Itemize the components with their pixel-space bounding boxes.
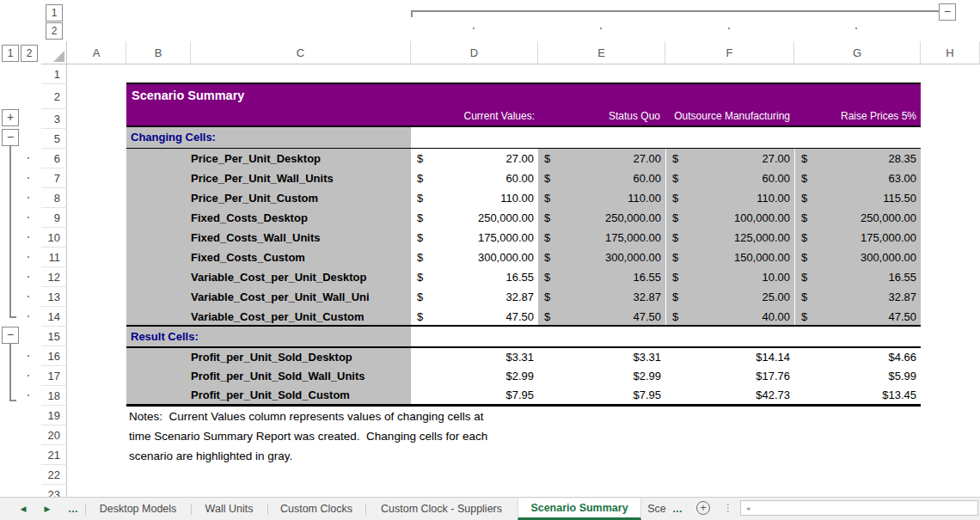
row-header[interactable]: 16 bbox=[41, 346, 67, 366]
cell-outsource[interactable]: $27.00 bbox=[665, 149, 794, 168]
cell-outsource[interactable]: $150,000.00 bbox=[665, 248, 794, 267]
row-header[interactable]: 13 bbox=[41, 287, 67, 307]
tab-bar-more-icon[interactable]: ⋮ bbox=[723, 500, 732, 516]
cell-current-value[interactable]: $2.99 bbox=[411, 367, 538, 386]
result-cell-name[interactable]: Profit_per_Unit_Sold_Custom bbox=[126, 386, 411, 404]
changing-cell-name[interactable]: Variable_Cost_per_Unit_Desktop bbox=[126, 267, 411, 287]
changing-cell-name[interactable]: Variable_Cost_per_Unit_Wall_Uni bbox=[126, 287, 411, 307]
row-header[interactable]: 7 bbox=[41, 168, 67, 188]
cell-raise-prices[interactable]: $175,000.00 bbox=[794, 228, 921, 248]
column-header-G[interactable]: G bbox=[794, 41, 921, 64]
report-header-band[interactable]: Scenario Summary Current Values: Status … bbox=[126, 84, 921, 125]
col-outline-level-1-button[interactable]: 1 bbox=[46, 4, 63, 21]
col-group-collapse-button[interactable]: − bbox=[939, 3, 956, 21]
result-cells-section-label[interactable]: Result Cells: bbox=[126, 327, 411, 346]
cell-status-quo[interactable]: $175,000.00 bbox=[538, 228, 665, 248]
tab-wall-units[interactable]: Wall Units bbox=[191, 499, 267, 520]
cell-current-value[interactable]: $110.00 bbox=[411, 188, 538, 208]
cell-raise-prices[interactable]: $115.50 bbox=[794, 188, 921, 208]
cell-status-quo[interactable]: $32.87 bbox=[538, 287, 665, 307]
cell-status-quo[interactable]: $300,000.00 bbox=[538, 248, 665, 267]
cell-current-value[interactable]: $27.00 bbox=[411, 149, 538, 168]
cell-current-value[interactable]: $32.87 bbox=[411, 287, 538, 307]
column-header-B[interactable]: B bbox=[126, 41, 191, 64]
cell-current-value[interactable]: $47.50 bbox=[411, 307, 538, 327]
row-header[interactable]: 14 bbox=[41, 307, 67, 327]
changing-cell-name[interactable]: Fixed_Costs_Wall_Units bbox=[126, 228, 411, 248]
row-header[interactable]: 11 bbox=[41, 248, 67, 267]
changing-cell-name[interactable]: Variable_Cost_per_Unit_Custom bbox=[126, 307, 411, 327]
row-header[interactable]: 22 bbox=[41, 465, 67, 485]
row-outline-level-1-button[interactable]: 1 bbox=[2, 45, 19, 62]
cell-current-value[interactable]: $16.55 bbox=[411, 267, 538, 287]
result-cell-name[interactable]: Profit_per_Unit_Sold_Wall_Units bbox=[126, 367, 411, 386]
cell-outsource[interactable]: $60.00 bbox=[665, 168, 794, 188]
col-outline-level-2-button[interactable]: 2 bbox=[46, 22, 63, 40]
cell-status-quo[interactable]: $250,000.00 bbox=[538, 208, 665, 228]
cell-outsource[interactable]: $110.00 bbox=[665, 188, 794, 208]
cell-current-value[interactable]: $300,000.00 bbox=[411, 248, 538, 267]
hidden-tabs-left-ellipsis[interactable]: … bbox=[68, 498, 78, 520]
add-sheet-button[interactable]: + bbox=[696, 501, 710, 515]
row-header[interactable]: 3 bbox=[41, 109, 67, 129]
cell-outsource[interactable]: $17.76 bbox=[665, 367, 794, 386]
row-header[interactable]: 20 bbox=[41, 425, 67, 445]
row-group-expand-button[interactable]: + bbox=[2, 109, 19, 126]
cell-raise-prices[interactable]: $16.55 bbox=[794, 267, 921, 287]
cell-status-quo[interactable]: $27.00 bbox=[538, 149, 665, 168]
notes-line[interactable]: Notes: Current Values column represents … bbox=[129, 407, 483, 426]
cell-raise-prices[interactable]: $47.50 bbox=[794, 307, 921, 327]
cell-status-quo[interactable]: $47.50 bbox=[538, 307, 665, 327]
row-header[interactable]: 10 bbox=[41, 228, 67, 248]
scrollbar-left-arrow-icon[interactable]: ◂ bbox=[741, 505, 755, 512]
changing-cell-name[interactable]: Price_Per_Unit_Wall_Units bbox=[126, 168, 411, 188]
changing-cell-name[interactable]: Fixed_Costs_Custom bbox=[126, 248, 411, 267]
row-header[interactable]: 15 bbox=[41, 327, 67, 346]
column-header-D[interactable]: D bbox=[411, 41, 538, 64]
cell-outsource[interactable]: $100,000.00 bbox=[665, 208, 794, 228]
next-sheet-arrow-icon[interactable]: ▶ bbox=[40, 498, 54, 520]
cell-outsource[interactable]: $14.14 bbox=[665, 348, 794, 367]
cell-raise-prices[interactable]: $13.45 bbox=[794, 386, 921, 404]
row-header[interactable]: 8 bbox=[41, 188, 67, 208]
changing-cell-name[interactable]: Price_Per_Unit_Desktop bbox=[126, 149, 411, 168]
cell-status-quo[interactable]: $16.55 bbox=[538, 267, 665, 287]
cell-raise-prices[interactable]: $5.99 bbox=[794, 367, 921, 386]
cell-current-value[interactable]: $3.31 bbox=[411, 348, 538, 367]
row-group-collapse-button[interactable]: − bbox=[2, 129, 19, 146]
row-header[interactable]: 17 bbox=[41, 366, 67, 386]
cell-status-quo[interactable]: $2.99 bbox=[538, 367, 665, 386]
row-header[interactable]: 21 bbox=[41, 445, 67, 465]
cell-raise-prices[interactable]: $250,000.00 bbox=[794, 208, 921, 228]
column-header-F[interactable]: F bbox=[665, 41, 794, 64]
cell-raise-prices[interactable]: $4.66 bbox=[794, 348, 921, 367]
cell-raise-prices[interactable]: $32.87 bbox=[794, 287, 921, 307]
changing-cells-section-label[interactable]: Changing Cells: bbox=[126, 127, 411, 148]
tab-custom-clocks[interactable]: Custom Clocks bbox=[267, 499, 365, 520]
cell-current-value[interactable]: $60.00 bbox=[411, 168, 538, 188]
horizontal-scrollbar[interactable]: ◂ bbox=[740, 500, 978, 516]
tab-desktop-models[interactable]: Desktop Models bbox=[85, 499, 191, 520]
prev-sheet-arrow-icon[interactable]: ◀ bbox=[16, 498, 30, 520]
changing-cell-name[interactable]: Price_Per_Unit_Custom bbox=[126, 188, 411, 208]
row-header[interactable]: 9 bbox=[41, 208, 67, 228]
cell-outsource[interactable]: $10.00 bbox=[665, 267, 794, 287]
cell-current-value[interactable]: $250,000.00 bbox=[411, 208, 538, 228]
row-header[interactable]: 2 bbox=[41, 84, 67, 109]
tab-scenario-summary[interactable]: Scenario Summary bbox=[518, 499, 641, 520]
row-header[interactable]: 6 bbox=[41, 149, 67, 168]
row-header[interactable]: 19 bbox=[41, 406, 67, 425]
cell-status-quo[interactable]: $7.95 bbox=[538, 386, 665, 404]
cell-raise-prices[interactable]: $63.00 bbox=[794, 168, 921, 188]
cell-outsource[interactable]: $125,000.00 bbox=[665, 228, 794, 248]
column-header-E[interactable]: E bbox=[538, 41, 665, 64]
cell-current-value[interactable]: $175,000.00 bbox=[411, 228, 538, 248]
cell-raise-prices[interactable]: $28.35 bbox=[794, 149, 921, 168]
cell-status-quo[interactable]: $3.31 bbox=[538, 348, 665, 367]
notes-line[interactable]: time Scenario Summary Report was created… bbox=[129, 426, 487, 446]
cell-status-quo[interactable]: $110.00 bbox=[538, 188, 665, 208]
row-group-collapse-button-2[interactable]: − bbox=[2, 327, 19, 344]
cell-current-value[interactable]: $7.95 bbox=[411, 386, 538, 404]
cell-raise-prices[interactable]: $300,000.00 bbox=[794, 248, 921, 267]
cell-outsource[interactable]: $40.00 bbox=[665, 307, 794, 327]
